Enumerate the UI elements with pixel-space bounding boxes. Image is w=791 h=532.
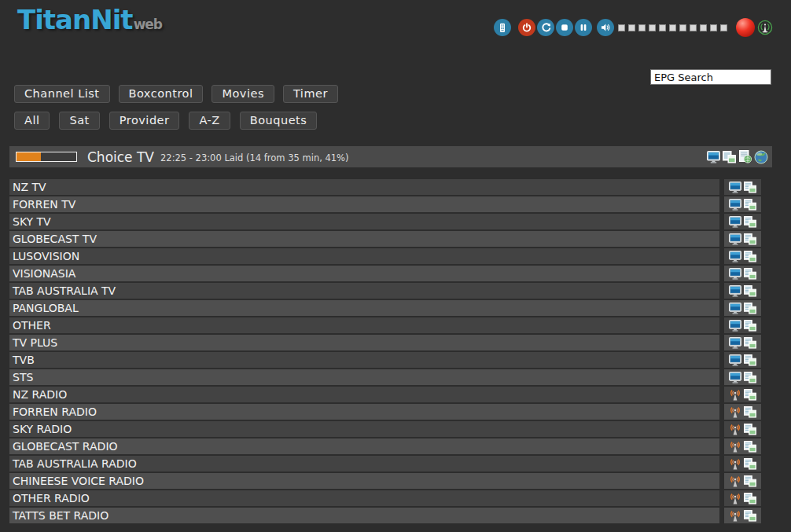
channel-name[interactable]: TAB AUSTRALIA TV	[9, 283, 719, 299]
stream-icon[interactable]	[757, 20, 773, 36]
channel-name[interactable]: NZ RADIO	[9, 387, 719, 402]
volume-segment[interactable]	[720, 24, 727, 31]
tv-icon[interactable]	[729, 182, 741, 193]
web-epg-icon[interactable]	[738, 150, 752, 163]
tv-icon[interactable]	[729, 372, 741, 383]
volume-segment[interactable]	[618, 24, 625, 31]
tv-icon[interactable]	[729, 320, 741, 332]
volume-segment[interactable]	[628, 24, 635, 31]
channel-name[interactable]: VISIONASIA	[9, 266, 719, 281]
radio-icon[interactable]	[729, 406, 741, 418]
filter-provider[interactable]: Provider	[109, 112, 180, 130]
channel-name[interactable]: TAB AUSTRALIA RADIO	[9, 456, 719, 471]
channel-row: TAB AUSTRALIA RADIO	[9, 456, 761, 471]
remote-icon[interactable]	[494, 19, 511, 36]
channel-name[interactable]: OTHER RADIO	[9, 490, 719, 506]
tv-icon[interactable]	[729, 285, 741, 297]
channel-name[interactable]: GLOBECAST TV	[9, 231, 719, 247]
volume-segment[interactable]	[649, 24, 656, 31]
epg-icon[interactable]	[744, 458, 756, 470]
tab-timer[interactable]: Timer	[283, 85, 338, 103]
channel-name[interactable]: SKY RADIO	[9, 421, 719, 437]
pause-icon[interactable]	[575, 19, 592, 36]
volume-segment[interactable]	[679, 24, 686, 31]
epg-icon[interactable]	[744, 441, 756, 453]
channel-row: SKY TV	[9, 214, 761, 229]
tv-icon[interactable]	[729, 337, 741, 349]
volume-segment[interactable]	[700, 24, 707, 31]
radio-icon[interactable]	[729, 441, 741, 453]
volume-segment[interactable]	[690, 24, 697, 31]
epg-icon[interactable]	[744, 233, 756, 245]
epg-icon[interactable]	[723, 151, 736, 163]
channel-name[interactable]: TATTS BET RADIO	[9, 508, 719, 523]
channel-name[interactable]: STS	[9, 369, 719, 385]
channel-name[interactable]: LUSOVISION	[9, 248, 719, 264]
tab-movies[interactable]: Movies	[212, 85, 274, 103]
epg-icon[interactable]	[744, 424, 756, 435]
epg-search-input[interactable]	[650, 69, 771, 85]
channel-row-actions	[724, 490, 761, 506]
radio-icon[interactable]	[729, 458, 741, 470]
epg-icon[interactable]	[744, 285, 756, 297]
epg-icon[interactable]	[744, 475, 756, 487]
channel-row-actions	[724, 283, 761, 299]
epg-icon[interactable]	[744, 372, 756, 383]
filter-bouquets[interactable]: Bouquets	[240, 112, 318, 130]
tab-channel-list[interactable]: Channel List	[14, 85, 110, 103]
channel-name[interactable]: TVB	[9, 352, 719, 368]
tv-icon[interactable]	[729, 199, 741, 211]
tv-icon[interactable]	[729, 303, 741, 314]
tv-icon[interactable]	[729, 354, 741, 366]
channel-name[interactable]: CHINEESE VOICE RADIO	[9, 473, 719, 489]
channel-name[interactable]: FORREN TV	[9, 196, 719, 212]
radio-icon[interactable]	[729, 424, 741, 435]
volume-segment[interactable]	[659, 24, 666, 31]
tv-icon[interactable]	[729, 216, 741, 228]
tab-boxcontrol[interactable]: Boxcontrol	[119, 85, 204, 103]
epg-icon[interactable]	[744, 406, 756, 418]
stop-icon[interactable]	[556, 19, 573, 36]
filter-all[interactable]: All	[14, 112, 50, 130]
volume-icon[interactable]	[597, 19, 614, 36]
epg-icon[interactable]	[744, 216, 756, 228]
epg-icon[interactable]	[744, 182, 756, 193]
channel-name[interactable]: SKY TV	[9, 214, 719, 229]
epg-icon[interactable]	[744, 493, 756, 504]
epg-icon[interactable]	[744, 389, 756, 401]
epg-icon[interactable]	[744, 199, 756, 211]
channel-name[interactable]: PANGLOBAL	[9, 300, 719, 316]
restart-icon[interactable]	[537, 19, 554, 36]
epg-icon[interactable]	[744, 510, 756, 522]
volume-segment[interactable]	[669, 24, 676, 31]
channel-name[interactable]: GLOBECAST RADIO	[9, 438, 719, 454]
radio-icon[interactable]	[729, 493, 741, 504]
channel-name[interactable]: NZ TV	[9, 179, 719, 195]
epg-icon[interactable]	[744, 268, 756, 280]
tv-icon[interactable]	[707, 151, 720, 163]
channel-row: VISIONASIA	[9, 266, 761, 281]
channel-row-actions	[724, 508, 761, 523]
volume-segment[interactable]	[638, 24, 646, 31]
filter-a-z[interactable]: A-Z	[189, 112, 230, 130]
tv-icon[interactable]	[729, 251, 741, 262]
volume-segment[interactable]	[710, 24, 717, 31]
radio-icon[interactable]	[729, 510, 741, 522]
epg-icon[interactable]	[744, 303, 756, 314]
filter-sat[interactable]: Sat	[59, 112, 99, 130]
epg-icon[interactable]	[744, 320, 756, 332]
channel-name[interactable]: TV PLUS	[9, 335, 719, 350]
epg-icon[interactable]	[744, 251, 756, 262]
epg-icon[interactable]	[744, 337, 756, 349]
power-icon[interactable]	[518, 19, 535, 36]
radio-icon[interactable]	[729, 389, 741, 401]
record-ball-icon	[736, 18, 755, 37]
tv-icon[interactable]	[729, 233, 741, 245]
channel-name[interactable]: OTHER	[9, 317, 719, 333]
globe-icon[interactable]	[754, 150, 768, 164]
channel-name[interactable]: FORREN RADIO	[9, 404, 719, 420]
radio-icon[interactable]	[729, 475, 741, 487]
epg-icon[interactable]	[744, 354, 756, 366]
tv-icon[interactable]	[729, 268, 741, 280]
now-playing-actions	[707, 150, 768, 164]
